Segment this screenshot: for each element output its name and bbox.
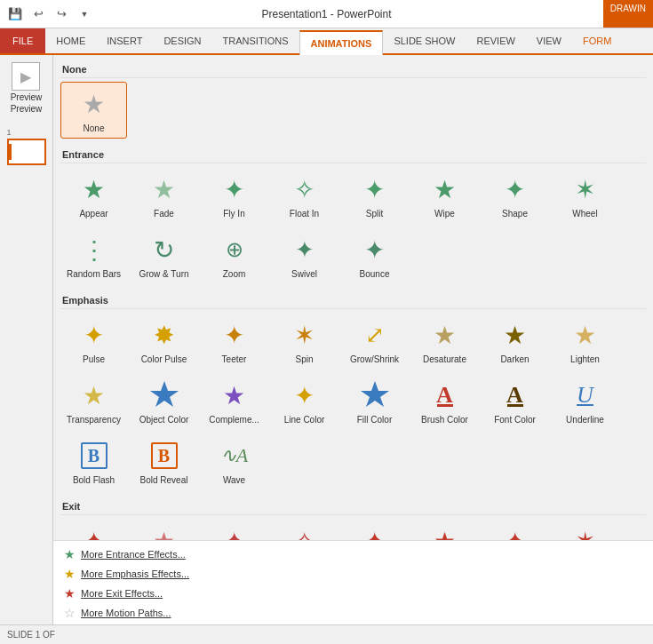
anim-appear[interactable]: ★ Appear <box>60 167 127 224</box>
tab-view[interactable]: VIEW <box>526 28 572 53</box>
anim-wipe[interactable]: ★ Wipe <box>411 167 478 224</box>
anim-lighten[interactable]: ★ Lighten <box>552 313 618 370</box>
window-title: Presentation1 - PowerPoint <box>261 8 391 20</box>
anim-wheel-exit[interactable]: ✶ Wheel <box>552 519 618 540</box>
none-grid: ★ None <box>60 82 646 139</box>
anim-bold-reveal[interactable]: B Bold Reveal <box>131 433 197 490</box>
anim-bounce-e[interactable]: ✦ Bounce <box>341 227 408 284</box>
anim-font-color[interactable]: A Font Color <box>482 373 548 430</box>
anim-disappear[interactable]: ✦ Disappear <box>60 519 127 540</box>
entrance-star-icon: ★ <box>64 547 76 561</box>
anim-transparency[interactable]: ★ Transparency <box>60 373 127 430</box>
anim-teeter[interactable]: ✦ Teeter <box>201 313 267 370</box>
slide-number: 1 <box>7 128 12 137</box>
exit-grid: ✦ Disappear ★ Fade ✦ Fly Out ✧ Float Out <box>60 519 646 540</box>
slide-panel: ▶ Preview Preview 1 <box>0 55 53 644</box>
more-entrance-link[interactable]: ★ More Entrance Effects... <box>60 545 646 564</box>
anim-none[interactable]: ★ None <box>60 82 127 139</box>
tab-design[interactable]: DESIGN <box>153 28 211 53</box>
quick-access-toolbar: 💾 ↩ ↪ ▼ <box>0 0 94 28</box>
preview-sublabel: Preview <box>11 104 43 114</box>
preview-icon: ▶ <box>12 62 40 91</box>
anim-fly-in[interactable]: ✦ Fly In <box>201 167 267 224</box>
tab-form[interactable]: FORM <box>572 28 622 53</box>
emphasis-star-icon: ★ <box>64 567 76 581</box>
anim-float-in[interactable]: ✧ Float In <box>271 167 338 224</box>
save-icon[interactable]: 💾 <box>5 4 25 24</box>
more-motion-link[interactable]: ☆ More Motion Paths... <box>60 603 646 623</box>
more-exit-link[interactable]: ★ More Exit Effects... <box>60 584 646 603</box>
anim-fade[interactable]: ★ Fade <box>131 167 197 224</box>
tab-transitions[interactable]: TRANSITIONS <box>212 28 299 53</box>
anim-fill-color[interactable]: Fill Color <box>341 373 408 430</box>
section-entrance-header: Entrance <box>60 144 646 163</box>
anim-shape-exit[interactable]: ✦ Shape <box>482 519 548 540</box>
motion-star-icon: ☆ <box>64 606 76 620</box>
ribbon-tabs: FILE HOME INSERT DESIGN TRANSITIONS ANIM… <box>0 28 653 55</box>
tab-home[interactable]: HOME <box>45 28 96 53</box>
main-layout: ▶ Preview Preview 1 None ★ <box>0 55 653 644</box>
anim-bold-flash[interactable]: B Bold Flash <box>60 433 127 490</box>
preview-button[interactable]: ▶ Preview Preview <box>11 62 43 114</box>
none-icon: ★ <box>76 86 112 122</box>
tab-file[interactable]: FILE <box>0 28 45 53</box>
anim-underline[interactable]: U Underline <box>552 373 618 430</box>
exit-star-icon: ★ <box>64 586 76 600</box>
status-text: SLIDE 1 OF <box>7 630 55 640</box>
preview-label: Preview <box>11 92 43 102</box>
anim-pulse[interactable]: ✦ Pulse <box>60 313 127 370</box>
anim-brush-color[interactable]: A Brush Color <box>411 373 478 430</box>
anim-float-out[interactable]: ✧ Float Out <box>271 519 338 540</box>
more-exit-label: More Exit Effects... <box>81 588 163 599</box>
anim-random-bars-e[interactable]: ⋮ Random Bars <box>60 227 127 284</box>
anim-wave[interactable]: ∿A Wave <box>201 433 267 490</box>
tab-animations[interactable]: ANIMATIONS <box>299 30 384 55</box>
anim-line-color[interactable]: ✦ Line Color <box>271 373 338 430</box>
anim-grow-shrink[interactable]: ⤢ Grow/Shrink <box>341 313 408 370</box>
customize-icon[interactable]: ▼ <box>75 4 94 24</box>
anim-zoom-e[interactable]: ⊕ Zoom <box>201 227 267 284</box>
svg-marker-1 <box>361 381 389 407</box>
anim-spin[interactable]: ✶ Spin <box>271 313 338 370</box>
anim-fade-exit[interactable]: ★ Fade <box>131 519 197 540</box>
anim-darken[interactable]: ★ Darken <box>482 313 548 370</box>
section-none-header: None <box>60 59 646 78</box>
emphasis-grid: ✦ Pulse ✸ Color Pulse ✦ Teeter ✶ Spin <box>60 313 646 490</box>
tab-slideshow[interactable]: SLIDE SHOW <box>383 28 466 53</box>
redo-icon[interactable]: ↪ <box>52 4 71 24</box>
more-emphasis-link[interactable]: ★ More Emphasis Effects... <box>60 564 646 584</box>
more-motion-label: More Motion Paths... <box>81 608 171 618</box>
anim-desaturate[interactable]: ★ Desaturate <box>411 313 478 370</box>
undo-icon[interactable]: ↩ <box>28 4 48 24</box>
title-bar: 💾 ↩ ↪ ▼ Presentation1 - PowerPoint DRAWI… <box>0 0 653 28</box>
section-exit-header: Exit <box>60 496 646 515</box>
none-label: None <box>84 123 105 134</box>
anim-object-color[interactable]: Object Color <box>131 373 197 430</box>
animation-scroll[interactable]: None ★ None Entrance ★ Appear <box>53 55 653 540</box>
anim-split-exit[interactable]: ✦ Split <box>341 519 408 540</box>
anim-fly-out[interactable]: ✦ Fly Out <box>201 519 267 540</box>
anim-wipe-exit[interactable]: ★ Wipe <box>411 519 478 540</box>
tab-insert[interactable]: INSERT <box>96 28 153 53</box>
slide-thumbnail-container: 1 <box>7 128 46 165</box>
status-bar: SLIDE 1 OF <box>0 624 653 644</box>
tab-review[interactable]: REVIEW <box>466 28 525 53</box>
anim-color-pulse[interactable]: ✸ Color Pulse <box>131 313 197 370</box>
anim-grow-turn[interactable]: ↻ Grow & Turn <box>131 227 197 284</box>
anim-wheel[interactable]: ✶ Wheel <box>552 167 618 224</box>
more-emphasis-label: More Emphasis Effects... <box>81 568 189 579</box>
more-entrance-label: More Entrance Effects... <box>81 549 186 560</box>
section-emphasis-header: Emphasis <box>60 290 646 309</box>
drawing-tab: DRAWIN <box>603 0 653 28</box>
anim-split[interactable]: ✦ Split <box>341 167 408 224</box>
anim-swivel-e[interactable]: ✦ Swivel <box>271 227 338 284</box>
anim-complement[interactable]: ★ Compleme... <box>201 373 267 430</box>
svg-marker-0 <box>150 381 179 407</box>
slide-thumbnail[interactable] <box>7 139 46 165</box>
anim-shape[interactable]: ✦ Shape <box>482 167 548 224</box>
entrance-grid: ★ Appear ★ Fade ✦ Fly In ✧ Float In <box>60 167 646 284</box>
